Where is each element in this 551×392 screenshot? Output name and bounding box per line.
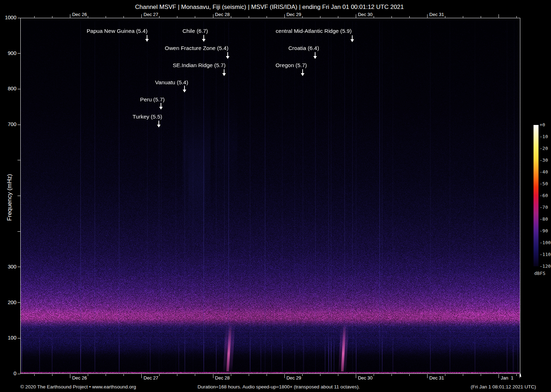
x-tick bbox=[159, 374, 160, 376]
x-axis-bottom-label: Dec 30 bbox=[358, 375, 373, 381]
arrow-head bbox=[183, 90, 186, 92]
x-tick bbox=[445, 374, 445, 376]
x-tick bbox=[34, 374, 35, 376]
colorbar-tick-label: -80 bbox=[540, 216, 548, 222]
spectrogram-canvas bbox=[21, 18, 520, 373]
x-tick bbox=[249, 16, 249, 18]
x-tick bbox=[427, 14, 428, 18]
x-tick bbox=[213, 14, 213, 18]
x-tick bbox=[195, 374, 195, 376]
annotation-arrow-icon bbox=[183, 86, 186, 93]
x-tick bbox=[177, 16, 177, 18]
arrow-head bbox=[350, 39, 354, 42]
x-tick bbox=[88, 374, 88, 376]
x-tick bbox=[463, 374, 463, 376]
x-tick bbox=[320, 16, 320, 18]
x-tick bbox=[338, 374, 338, 376]
x-tick bbox=[88, 16, 88, 18]
annotation-arrow-icon bbox=[159, 103, 163, 110]
x-tick bbox=[52, 374, 52, 376]
colorbar-tick-label: -50 bbox=[540, 181, 548, 186]
x-tick bbox=[177, 374, 177, 376]
arrow-head bbox=[222, 73, 226, 76]
y-tick bbox=[17, 231, 20, 232]
y-tick-label: 300 bbox=[0, 264, 16, 270]
event-annotation-label: central Mid-Atlantic Ridge (5.9) bbox=[276, 28, 352, 34]
colorbar-tick-label: -70 bbox=[540, 205, 548, 210]
colorbar-tick-label: -100 bbox=[540, 240, 551, 245]
colorbar-tick-label: -40 bbox=[540, 169, 548, 175]
annotation-arrow-icon bbox=[145, 35, 149, 42]
x-tick bbox=[409, 16, 410, 18]
x-axis-top-label: Dec 26 bbox=[72, 12, 87, 17]
y-tick-label: 0 bbox=[0, 371, 16, 376]
y-tick bbox=[17, 18, 20, 18]
x-tick bbox=[481, 374, 481, 376]
arrow-head bbox=[301, 73, 304, 76]
footer-duration: Duration=168 hours. Audio speed-up=1800×… bbox=[198, 384, 360, 390]
y-tick bbox=[17, 267, 20, 267]
event-annotation-label: Vanuatu (5.4) bbox=[155, 79, 188, 86]
colorbar-tick-label: -20 bbox=[540, 146, 548, 151]
annotation-arrow-icon bbox=[157, 121, 161, 128]
event-annotation-label: Owen Fracture Zone (5.4) bbox=[165, 45, 228, 51]
x-axis-bottom-label: Dec 31 bbox=[429, 375, 444, 381]
x-axis-bottom-label: Dec 28 bbox=[215, 375, 230, 381]
x-tick bbox=[70, 14, 70, 18]
x-axis-top-label: Dec 31 bbox=[429, 12, 444, 17]
x-tick bbox=[70, 374, 70, 378]
annotation-arrow-icon bbox=[202, 35, 206, 42]
x-tick bbox=[159, 16, 160, 18]
colorbar-tick-label: -30 bbox=[540, 157, 548, 163]
x-tick bbox=[516, 16, 517, 18]
x-tick bbox=[463, 16, 463, 18]
event-annotation-label: SE.Indian Ridge (5.7) bbox=[173, 62, 226, 69]
annotation-arrow-icon bbox=[226, 52, 229, 59]
y-tick bbox=[17, 338, 20, 338]
y-tick bbox=[17, 89, 20, 89]
x-tick bbox=[267, 16, 267, 18]
x-tick bbox=[141, 14, 142, 18]
annotation-arrow-icon bbox=[222, 69, 226, 76]
x-axis-top-label: Dec 27 bbox=[143, 12, 158, 17]
colorbar-tick-label: -60 bbox=[540, 193, 548, 198]
x-tick bbox=[302, 16, 303, 18]
x-axis-top-label: Dec 30 bbox=[358, 12, 373, 17]
annotation-arrow-icon bbox=[350, 35, 354, 42]
x-axis-bottom-label: Dec 29 bbox=[287, 375, 301, 381]
y-tick-label: 100 bbox=[0, 335, 16, 341]
x-tick bbox=[499, 14, 499, 18]
y-tick-label: 200 bbox=[0, 300, 16, 305]
colorbar-tick-label: -110 bbox=[540, 252, 551, 257]
x-tick bbox=[374, 374, 374, 376]
arrow-head bbox=[159, 107, 163, 110]
x-tick bbox=[445, 16, 445, 18]
x-tick bbox=[284, 374, 285, 378]
x-axis-top-label: Dec 28 bbox=[215, 12, 230, 17]
arrow-head bbox=[313, 56, 317, 59]
y-tick bbox=[17, 196, 20, 196]
colorbar-tick-label: -90 bbox=[540, 228, 548, 233]
page-title: Channel MSVF | Monasavu, Fiji (seismic) … bbox=[135, 4, 404, 11]
y-tick-label: 900 bbox=[0, 50, 16, 56]
arrow-head bbox=[157, 125, 161, 127]
event-annotation-label: Turkey (5.5) bbox=[133, 114, 162, 120]
y-tick bbox=[17, 125, 20, 125]
colorbar-tick-label: +0 bbox=[540, 122, 545, 127]
footer-timestamp: (Fri Jan 1 08:01:12 2021 UTC) bbox=[471, 384, 536, 390]
x-tick bbox=[356, 14, 356, 18]
event-annotation-label: Croatia (6.4) bbox=[288, 45, 319, 51]
x-tick bbox=[427, 374, 428, 378]
x-tick bbox=[267, 374, 267, 376]
event-annotation-label: Papua New Guinea (5.4) bbox=[87, 28, 148, 34]
x-axis-bottom-label: Jan 1 bbox=[501, 375, 513, 381]
screen: Channel MSVF | Monasavu, Fiji (seismic) … bbox=[0, 0, 551, 392]
x-tick bbox=[391, 16, 392, 18]
y-tick bbox=[17, 374, 20, 374]
x-tick bbox=[123, 16, 124, 18]
x-tick bbox=[302, 374, 303, 376]
x-tick bbox=[249, 374, 249, 376]
x-tick bbox=[284, 14, 285, 18]
colorbar-unit-label: dBFS bbox=[534, 271, 545, 276]
x-axis-bottom-label: Dec 27 bbox=[143, 375, 158, 381]
